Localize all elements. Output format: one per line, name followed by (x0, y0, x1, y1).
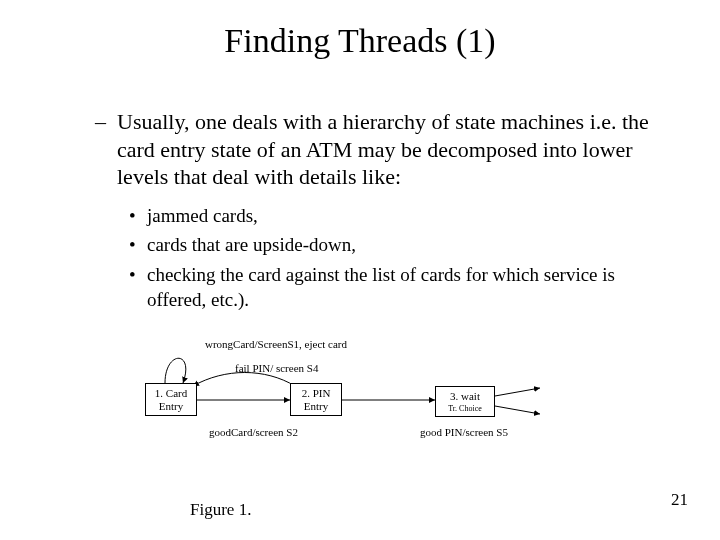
label-wrong-card: wrongCard/ScreenS1, eject card (205, 338, 347, 351)
slide-body: – Usually, one deals with a hierarchy of… (95, 108, 660, 317)
bullet-dot-icon: • (129, 203, 136, 229)
label-good-card: goodCard/screen S2 (209, 426, 298, 439)
label-fail-pin: fail PIN/ screen S4 (235, 362, 318, 375)
sub-bullet: • jammed cards, (129, 203, 660, 229)
sub-bullets: • jammed cards, • cards that are upside-… (129, 203, 660, 314)
label-good-pin: good PIN/screen S5 (420, 426, 508, 439)
state-diagram: 1. Card Entry 2. PIN Entry 3. wait Tr. C… (145, 338, 575, 463)
state3-l1: 3. wait (450, 390, 480, 402)
state-pin-entry: 2. PIN Entry (290, 383, 342, 416)
state1-l1: 1. Card (155, 387, 187, 399)
page-number: 21 (671, 490, 688, 510)
svg-line-3 (495, 406, 540, 414)
sub-bullet: • checking the card against the list of … (129, 262, 660, 313)
bullet-dot-icon: • (129, 262, 136, 288)
state-wait: 3. wait Tr. Choice (435, 386, 495, 417)
sub-c: checking the card against the list of ca… (147, 264, 615, 311)
bullet-level1: – Usually, one deals with a hierarchy of… (95, 108, 660, 191)
svg-line-2 (495, 388, 540, 396)
sub-bullet: • cards that are upside-down, (129, 232, 660, 258)
state2-l2: Entry (304, 400, 328, 412)
diagram-arrows (145, 338, 575, 463)
sub-b: cards that are upside-down, (147, 234, 356, 255)
state2-l1: 2. PIN (302, 387, 331, 399)
state3-sub: Tr. Choice (440, 404, 490, 413)
slide-title: Finding Threads (1) (0, 22, 720, 60)
bullet1-text: Usually, one deals with a hierarchy of s… (117, 109, 649, 189)
sub-a: jammed cards, (147, 205, 258, 226)
state1-l2: Entry (159, 400, 183, 412)
dash-icon: – (95, 108, 106, 136)
figure-caption: Figure 1. (190, 500, 251, 520)
state-card-entry: 1. Card Entry (145, 383, 197, 416)
bullet-dot-icon: • (129, 232, 136, 258)
